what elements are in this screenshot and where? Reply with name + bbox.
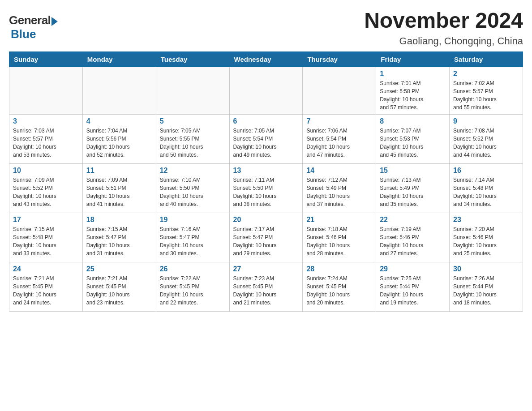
day-info: Sunrise: 7:26 AM Sunset: 5:44 PM Dayligh… (453, 274, 519, 307)
day-number: 19 (160, 216, 226, 224)
calendar-header-thursday: Thursday (303, 51, 376, 67)
calendar-table: SundayMondayTuesdayWednesdayThursdayFrid… (9, 51, 523, 312)
logo-arrow-icon (51, 17, 58, 26)
calendar-header-saturday: Saturday (450, 51, 523, 67)
calendar-cell: 3Sunrise: 7:03 AM Sunset: 5:57 PM Daylig… (9, 114, 83, 163)
day-info: Sunrise: 7:21 AM Sunset: 5:45 PM Dayligh… (86, 274, 152, 307)
day-info: Sunrise: 7:01 AM Sunset: 5:58 PM Dayligh… (380, 79, 446, 111)
page-header: General Blue November 2024 Gaoliang, Cho… (9, 9, 523, 47)
day-number: 21 (306, 216, 372, 224)
day-info: Sunrise: 7:13 AM Sunset: 5:49 PM Dayligh… (380, 176, 446, 208)
calendar-header-friday: Friday (376, 51, 450, 67)
calendar-cell (229, 67, 303, 114)
day-info: Sunrise: 7:16 AM Sunset: 5:47 PM Dayligh… (160, 225, 226, 257)
calendar-cell: 13Sunrise: 7:11 AM Sunset: 5:50 PM Dayli… (229, 163, 303, 213)
day-info: Sunrise: 7:07 AM Sunset: 5:53 PM Dayligh… (380, 127, 446, 159)
calendar-cell: 17Sunrise: 7:15 AM Sunset: 5:48 PM Dayli… (9, 213, 83, 262)
calendar-header-monday: Monday (82, 51, 156, 67)
day-number: 7 (306, 117, 372, 125)
calendar-cell: 10Sunrise: 7:09 AM Sunset: 5:52 PM Dayli… (9, 163, 83, 213)
day-number: 2 (453, 70, 519, 78)
calendar-cell: 15Sunrise: 7:13 AM Sunset: 5:49 PM Dayli… (376, 163, 450, 213)
day-info: Sunrise: 7:06 AM Sunset: 5:54 PM Dayligh… (306, 127, 372, 159)
day-info: Sunrise: 7:11 AM Sunset: 5:50 PM Dayligh… (233, 176, 299, 208)
day-info: Sunrise: 7:24 AM Sunset: 5:45 PM Dayligh… (306, 274, 372, 307)
calendar-cell: 14Sunrise: 7:12 AM Sunset: 5:49 PM Dayli… (303, 163, 376, 213)
calendar-week-row: 1Sunrise: 7:01 AM Sunset: 5:58 PM Daylig… (9, 67, 523, 114)
day-number: 18 (86, 216, 152, 224)
calendar-cell: 21Sunrise: 7:18 AM Sunset: 5:46 PM Dayli… (303, 213, 376, 262)
day-info: Sunrise: 7:18 AM Sunset: 5:46 PM Dayligh… (306, 225, 372, 257)
day-info: Sunrise: 7:17 AM Sunset: 5:47 PM Dayligh… (233, 225, 299, 257)
calendar-cell: 23Sunrise: 7:20 AM Sunset: 5:46 PM Dayli… (450, 213, 523, 262)
calendar-header-sunday: Sunday (9, 51, 83, 67)
calendar-cell: 25Sunrise: 7:21 AM Sunset: 5:45 PM Dayli… (82, 262, 156, 311)
day-info: Sunrise: 7:08 AM Sunset: 5:52 PM Dayligh… (453, 127, 519, 159)
day-number: 9 (453, 117, 519, 125)
calendar-cell: 28Sunrise: 7:24 AM Sunset: 5:45 PM Dayli… (303, 262, 376, 311)
day-info: Sunrise: 7:15 AM Sunset: 5:48 PM Dayligh… (13, 225, 79, 257)
day-number: 11 (86, 167, 152, 175)
calendar-week-row: 17Sunrise: 7:15 AM Sunset: 5:48 PM Dayli… (9, 213, 523, 262)
day-info: Sunrise: 7:25 AM Sunset: 5:44 PM Dayligh… (380, 274, 446, 307)
calendar-cell: 20Sunrise: 7:17 AM Sunset: 5:47 PM Dayli… (229, 213, 303, 262)
calendar-cell: 11Sunrise: 7:09 AM Sunset: 5:51 PM Dayli… (82, 163, 156, 213)
day-number: 22 (380, 216, 446, 224)
day-number: 6 (233, 117, 299, 125)
day-info: Sunrise: 7:10 AM Sunset: 5:50 PM Dayligh… (160, 176, 226, 208)
day-info: Sunrise: 7:21 AM Sunset: 5:45 PM Dayligh… (13, 274, 79, 307)
calendar-cell (156, 67, 229, 114)
day-number: 8 (380, 117, 446, 125)
calendar-cell (82, 67, 156, 114)
day-number: 1 (380, 70, 446, 78)
calendar-cell: 27Sunrise: 7:23 AM Sunset: 5:45 PM Dayli… (229, 262, 303, 311)
calendar-cell: 2Sunrise: 7:02 AM Sunset: 5:57 PM Daylig… (450, 67, 523, 114)
day-number: 30 (453, 265, 519, 273)
calendar-cell: 1Sunrise: 7:01 AM Sunset: 5:58 PM Daylig… (376, 67, 450, 114)
day-info: Sunrise: 7:09 AM Sunset: 5:51 PM Dayligh… (86, 176, 152, 208)
day-info: Sunrise: 7:12 AM Sunset: 5:49 PM Dayligh… (306, 176, 372, 208)
calendar-cell: 29Sunrise: 7:25 AM Sunset: 5:44 PM Dayli… (376, 262, 450, 311)
day-info: Sunrise: 7:15 AM Sunset: 5:47 PM Dayligh… (86, 225, 152, 257)
calendar-cell (303, 67, 376, 114)
day-number: 12 (160, 167, 226, 175)
day-info: Sunrise: 7:02 AM Sunset: 5:57 PM Dayligh… (453, 79, 519, 111)
calendar-cell: 19Sunrise: 7:16 AM Sunset: 5:47 PM Dayli… (156, 213, 229, 262)
calendar-header-wednesday: Wednesday (229, 51, 303, 67)
day-number: 3 (13, 117, 79, 125)
day-number: 25 (86, 265, 152, 273)
calendar-cell: 26Sunrise: 7:22 AM Sunset: 5:45 PM Dayli… (156, 262, 229, 311)
day-number: 29 (380, 265, 446, 273)
day-info: Sunrise: 7:05 AM Sunset: 5:55 PM Dayligh… (160, 127, 226, 159)
logo-blue-text: Blue (11, 27, 36, 41)
day-info: Sunrise: 7:05 AM Sunset: 5:54 PM Dayligh… (233, 127, 299, 159)
calendar-cell: 16Sunrise: 7:14 AM Sunset: 5:48 PM Dayli… (450, 163, 523, 213)
day-number: 16 (453, 167, 519, 175)
page-title: November 2024 (364, 9, 523, 33)
calendar-header-row: SundayMondayTuesdayWednesdayThursdayFrid… (9, 51, 523, 67)
logo: General Blue (9, 13, 58, 41)
logo-general-text: General (9, 13, 51, 27)
calendar-cell: 8Sunrise: 7:07 AM Sunset: 5:53 PM Daylig… (376, 114, 450, 163)
calendar-cell: 12Sunrise: 7:10 AM Sunset: 5:50 PM Dayli… (156, 163, 229, 213)
calendar-cell: 9Sunrise: 7:08 AM Sunset: 5:52 PM Daylig… (450, 114, 523, 163)
title-section: November 2024 Gaoliang, Chongqing, China (364, 9, 523, 47)
day-info: Sunrise: 7:23 AM Sunset: 5:45 PM Dayligh… (233, 274, 299, 307)
calendar-cell: 6Sunrise: 7:05 AM Sunset: 5:54 PM Daylig… (229, 114, 303, 163)
calendar-cell (9, 67, 83, 114)
day-number: 26 (160, 265, 226, 273)
calendar-cell: 4Sunrise: 7:04 AM Sunset: 5:56 PM Daylig… (82, 114, 156, 163)
calendar-week-row: 10Sunrise: 7:09 AM Sunset: 5:52 PM Dayli… (9, 163, 523, 213)
day-number: 4 (86, 117, 152, 125)
day-info: Sunrise: 7:20 AM Sunset: 5:46 PM Dayligh… (453, 225, 519, 257)
calendar-cell: 30Sunrise: 7:26 AM Sunset: 5:44 PM Dayli… (450, 262, 523, 311)
day-number: 15 (380, 167, 446, 175)
day-number: 17 (13, 216, 79, 224)
day-number: 5 (160, 117, 226, 125)
calendar-header-tuesday: Tuesday (156, 51, 229, 67)
day-number: 13 (233, 167, 299, 175)
day-number: 24 (13, 265, 79, 273)
calendar-cell: 7Sunrise: 7:06 AM Sunset: 5:54 PM Daylig… (303, 114, 376, 163)
day-number: 10 (13, 167, 79, 175)
day-info: Sunrise: 7:04 AM Sunset: 5:56 PM Dayligh… (86, 127, 152, 159)
